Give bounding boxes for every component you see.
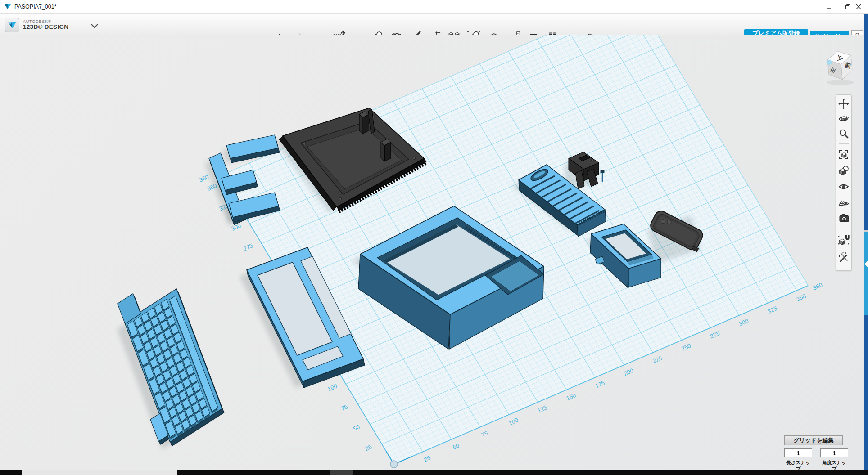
view-grid-visibility-button[interactable] <box>837 196 850 209</box>
side-panel-strip <box>864 14 868 470</box>
axis-tick-label: 275 <box>709 330 721 340</box>
app-menu-chevron-icon[interactable] <box>89 20 100 32</box>
axis-tick-label: 25 <box>423 454 431 463</box>
axis-tick-label: 150 <box>565 392 577 402</box>
view-pan-button[interactable] <box>837 98 850 110</box>
axis-tick-label: 100 <box>326 382 338 393</box>
axis-tick-label: 350 <box>796 292 807 303</box>
axis-tick-label: 300 <box>738 317 750 327</box>
main-toolbar: AUTODESK® 123D® DESIGN •••••••••••••••••… <box>0 14 868 35</box>
view-zoom-button[interactable] <box>837 127 850 140</box>
axis-tick-label: 100 <box>508 417 520 427</box>
snap-toggle-icon <box>838 233 850 245</box>
axis-tick-label: 50 <box>352 423 361 432</box>
view-sketch-visibility-button[interactable] <box>837 251 850 263</box>
view-visibility-button[interactable] <box>837 180 850 193</box>
brand-line2: 123D® DESIGN <box>23 24 68 30</box>
visibility-icon <box>838 181 850 193</box>
axis-tick-label: 360 <box>198 174 210 184</box>
orbit-icon <box>838 112 850 124</box>
titlebar: PASOPIA7_001* <box>0 0 868 14</box>
axis-tick-label: 125 <box>537 404 548 414</box>
shade-icon <box>838 165 850 176</box>
view-orbit-button[interactable] <box>837 112 850 125</box>
view-fit-button[interactable] <box>837 148 850 161</box>
axis-tick-label: 50 <box>452 442 460 451</box>
view-snap-toggle-button[interactable] <box>837 233 850 246</box>
sketch-visibility-icon <box>838 251 850 263</box>
angle-snap-input[interactable] <box>820 448 848 457</box>
grid-visibility-icon <box>838 197 850 208</box>
axis-tick-label: 360 <box>812 281 823 291</box>
axis-tick-label: 225 <box>651 354 663 365</box>
screenshot-icon <box>838 212 850 224</box>
grid-edit-button[interactable]: グリッドを編集 <box>784 435 843 445</box>
window-minimize-button[interactable] <box>819 0 838 13</box>
view-cube[interactable]: 上 前 左 <box>819 40 864 88</box>
zoom-icon <box>838 128 850 139</box>
axis-tick-label: 25 <box>364 444 373 453</box>
fit-icon <box>838 149 850 161</box>
scene-3d-view[interactable]: 2525505075751001001251251501501751752002… <box>0 35 868 475</box>
axis-tick-label: 250 <box>680 342 692 353</box>
axis-tick-label: 175 <box>594 379 606 390</box>
pan-icon <box>838 98 850 110</box>
app-logo-icon <box>4 3 11 12</box>
keyboard-model[interactable] <box>108 270 224 452</box>
length-snap-input[interactable] <box>784 448 812 457</box>
view-screenshot-button[interactable] <box>837 211 850 224</box>
axis-tick-label: 75 <box>480 430 489 439</box>
toolbar-separator <box>839 143 849 144</box>
app-logo-icon <box>5 18 19 32</box>
strip-cyan-segment[interactable] <box>864 232 868 315</box>
brand: AUTODESK® 123D® DESIGN <box>5 18 68 32</box>
window-close-button[interactable] <box>849 0 868 13</box>
toolbar-separator <box>839 226 849 226</box>
taskbar <box>0 470 868 475</box>
document-title: PASOPIA7_001* <box>14 4 57 10</box>
viewcube-shadow <box>827 80 854 85</box>
taskbar-app[interactable] <box>330 470 353 475</box>
modeling-canvas[interactable]: 2525505075751001001251251501501751752002… <box>0 35 868 475</box>
panel-expand-arrow-icon[interactable] <box>864 261 868 267</box>
axis-tick-label: 325 <box>767 305 778 315</box>
axis-tick-label: 75 <box>340 403 348 412</box>
axis-tick-label: 200 <box>623 367 634 377</box>
taskbar-active-app[interactable] <box>22 470 177 475</box>
viewcube-front-label: 前 <box>845 61 852 69</box>
axis-tick-label: 275 <box>242 242 254 252</box>
view-shade-button[interactable] <box>837 164 850 177</box>
view-toolbar <box>836 94 852 271</box>
